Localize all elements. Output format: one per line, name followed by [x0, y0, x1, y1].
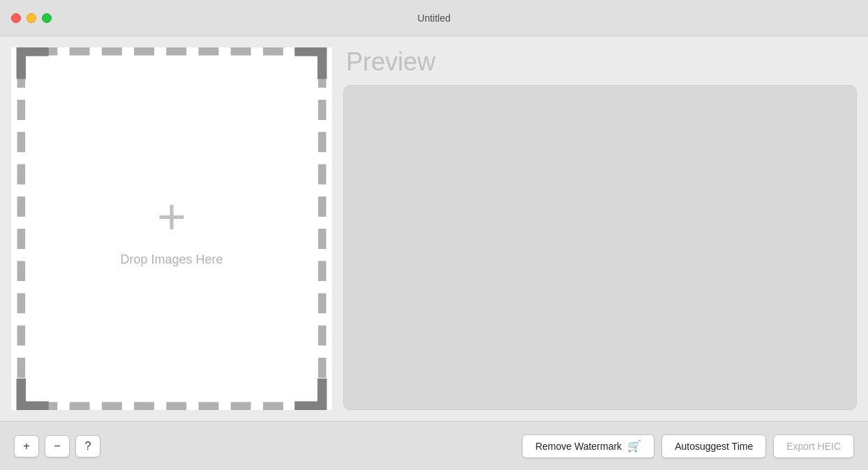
traffic-lights — [11, 13, 52, 23]
autosuggest-time-label: Autosuggest Time — [675, 441, 753, 452]
help-icon: ? — [85, 440, 91, 453]
export-heic-label: Export HEIC — [786, 441, 841, 452]
add-image-icon: + — [157, 191, 186, 241]
add-icon: + — [23, 440, 29, 453]
remove-watermark-label: Remove Watermark — [535, 441, 622, 452]
autosuggest-time-button[interactable]: Autosuggest Time — [661, 434, 766, 458]
drop-zone[interactable]: + Drop Images Here — [11, 47, 332, 410]
toolbar: + − ? Remove Watermark 🛒 Autosuggest Tim… — [0, 421, 868, 470]
close-button[interactable] — [11, 13, 21, 23]
preview-area — [343, 85, 857, 410]
cart-icon: 🛒 — [627, 439, 641, 453]
preview-panel: Preview — [343, 47, 857, 410]
remove-icon: − — [54, 440, 60, 453]
export-heic-button[interactable]: Export HEIC — [773, 434, 854, 458]
main-content: + Drop Images Here Preview — [0, 36, 868, 421]
add-button[interactable]: + — [14, 435, 39, 457]
minimize-button[interactable] — [27, 13, 36, 23]
help-button[interactable]: ? — [75, 435, 100, 457]
title-bar: Untitled — [0, 0, 868, 36]
toolbar-left: + − ? — [14, 435, 100, 457]
preview-title: Preview — [343, 47, 857, 77]
remove-watermark-button[interactable]: Remove Watermark 🛒 — [522, 434, 654, 458]
maximize-button[interactable] — [42, 13, 52, 23]
drop-zone-label: Drop Images Here — [120, 252, 223, 267]
remove-button[interactable]: − — [45, 435, 70, 457]
toolbar-right: Remove Watermark 🛒 Autosuggest Time Expo… — [522, 434, 854, 458]
window-title: Untitled — [417, 13, 450, 24]
